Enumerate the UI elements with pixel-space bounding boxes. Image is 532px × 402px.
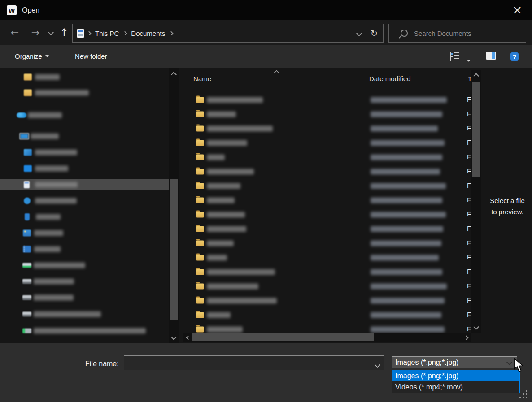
sidebar-item-folder[interactable] (0, 71, 169, 83)
file-list-row[interactable]: F (183, 265, 471, 279)
redacted-date-modified (371, 97, 447, 103)
column-header-date-modified[interactable]: Date modified (369, 75, 411, 82)
file-list-row[interactable]: F (183, 251, 471, 265)
folder-icon (196, 183, 204, 189)
file-name-combo (124, 355, 384, 370)
file-type-select[interactable]: Images (*.png;*.jpg) (392, 356, 517, 368)
file-list-row[interactable]: F (183, 236, 471, 251)
forward-icon[interactable]: → (28, 20, 43, 45)
file-list-row[interactable]: F (183, 308, 471, 322)
mouse-cursor (514, 358, 524, 373)
pictures-icon (23, 230, 31, 237)
refresh-icon[interactable]: ↻ (371, 28, 378, 38)
sidebar-item-desktop[interactable] (0, 163, 169, 174)
sidebar-item-folder[interactable] (0, 87, 169, 99)
details-view-icon[interactable] (450, 52, 459, 60)
scroll-down-icon[interactable] (169, 333, 179, 341)
redacted-label (34, 279, 74, 285)
redacted-date-modified (371, 112, 442, 117)
sidebar-item-drive[interactable] (0, 308, 169, 320)
file-type-option-videos[interactable]: Videos (*.mp4;*.mov) (392, 381, 519, 393)
redacted-date-modified (371, 212, 446, 218)
address-dropdown-chevron-icon[interactable] (356, 30, 362, 36)
content-area: Name Date modified Type FFFFFFFFFFFFFFFF… (0, 68, 532, 343)
drive-icon (22, 312, 31, 317)
redacted-date-modified (371, 140, 445, 146)
resize-grip-icon[interactable] (526, 397, 527, 398)
sidebar-item-network-drive[interactable] (0, 325, 169, 337)
up-icon[interactable]: ↑ (58, 20, 70, 45)
folder-icon (196, 212, 204, 218)
column-header-name[interactable]: Name (193, 75, 211, 82)
type-cell: F (467, 311, 471, 318)
scroll-up-icon[interactable] (471, 72, 481, 80)
scroll-up-icon[interactable] (169, 71, 179, 78)
back-icon[interactable]: ← (8, 20, 22, 45)
redacted-file-name (207, 298, 277, 304)
sidebar-item-documents[interactable] (0, 179, 169, 190)
search-input[interactable] (413, 29, 526, 38)
file-name-dropdown-chevron-icon[interactable] (375, 361, 379, 369)
file-type-selected-value: Images (*.png;*.jpg) (395, 359, 458, 367)
file-list-row[interactable]: F (183, 294, 471, 308)
file-name-input[interactable] (124, 356, 384, 370)
list-horizontal-scrollbar[interactable] (183, 333, 471, 342)
file-list-row[interactable]: F (183, 193, 471, 207)
sidebar-item-videos[interactable] (0, 243, 169, 255)
local-disk-icon (22, 263, 31, 268)
sidebar-item-3d-objects[interactable] (0, 147, 169, 158)
file-list-row[interactable]: F (183, 121, 471, 136)
redacted-date-modified (371, 327, 445, 333)
recent-locations-chevron-icon[interactable] (45, 20, 56, 45)
breadcrumb-documents[interactable]: Documents (126, 24, 170, 42)
redacted-file-name (207, 140, 247, 146)
sidebar-item-drive[interactable] (0, 276, 169, 287)
sidebar-item-downloads[interactable] (0, 195, 169, 207)
folder-icon (196, 226, 204, 232)
breadcrumb-this-pc[interactable]: This PC (91, 24, 123, 42)
drive-icon (22, 279, 31, 284)
scroll-down-icon[interactable] (471, 323, 481, 331)
address-bar[interactable]: This PC Documents ↻ (72, 24, 384, 43)
file-list-row[interactable]: F (183, 179, 471, 193)
videos-icon (23, 246, 31, 253)
sidebar-item-this-pc[interactable] (0, 130, 169, 142)
views-dropdown-caret-icon[interactable] (467, 56, 471, 63)
file-list-row[interactable]: F (183, 150, 471, 164)
sidebar-item-pictures[interactable] (0, 227, 169, 239)
help-icon[interactable]: ? (510, 52, 519, 61)
type-cell: F (467, 153, 471, 160)
list-vertical-scrollbar[interactable] (471, 70, 481, 333)
sidebar-item-music[interactable] (0, 211, 169, 223)
preview-pane-icon[interactable] (486, 52, 496, 60)
close-icon[interactable]: × (510, 3, 524, 17)
file-list-row[interactable]: F (183, 207, 471, 222)
h-scrollbar-thumb[interactable] (192, 333, 374, 341)
file-list-row[interactable]: F (183, 136, 471, 150)
sidebar-item-onedrive[interactable] (0, 109, 169, 121)
search-box[interactable] (388, 24, 526, 43)
file-type-dropdown: Images (*.png;*.jpg) Videos (*.mp4;*.mov… (392, 370, 520, 393)
breadcrumb-chevron-icon (169, 31, 174, 35)
file-type-option-images[interactable]: Images (*.png;*.jpg) (392, 370, 519, 381)
redacted-label (28, 112, 62, 118)
sidebar-item-drive[interactable] (0, 292, 169, 303)
sidebar-item-local-disk[interactable] (0, 259, 169, 271)
sidebar-scrollbar[interactable] (169, 68, 179, 343)
folder-icon (196, 312, 204, 318)
scroll-right-icon[interactable] (462, 333, 470, 342)
new-folder-label: New folder (75, 52, 107, 60)
file-list-row[interactable]: F (183, 107, 471, 121)
file-list-row[interactable]: F (183, 322, 471, 333)
file-list-row[interactable]: F (183, 164, 471, 179)
file-list-row[interactable]: F (183, 279, 471, 294)
list-scrollbar-thumb[interactable] (472, 82, 480, 177)
organize-button[interactable]: Organize (15, 45, 49, 68)
scroll-left-icon[interactable] (184, 333, 192, 342)
file-list-row[interactable]: F (183, 222, 471, 236)
sidebar-scrollbar-thumb[interactable] (170, 179, 178, 320)
file-list-row[interactable]: F (183, 93, 471, 107)
new-folder-button[interactable]: New folder (75, 45, 107, 68)
titlebar[interactable]: W Open × (0, 0, 532, 20)
redacted-date-modified (371, 241, 441, 246)
